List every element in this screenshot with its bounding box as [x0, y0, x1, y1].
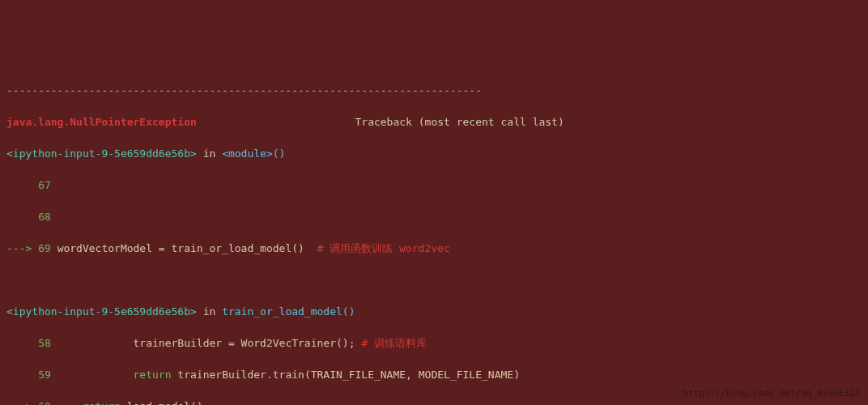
code: load_model() — [121, 400, 203, 406]
line-num: 69 — [38, 242, 51, 254]
frame-file: <ipython-input-9-5e659dd6e56b> — [6, 305, 197, 318]
traceback-container: ----------------------------------------… — [0, 63, 868, 405]
comment: # 调用函数训练 word2vec — [317, 242, 450, 254]
code: trainerBuilder.train(TRAIN_FILE_NAME, MO… — [172, 369, 520, 381]
line-num: 68 — [38, 211, 51, 223]
line-arrow — [6, 179, 38, 191]
code: trainerBuilder = Word2VecTrainer(); — [57, 337, 362, 349]
parens: () — [343, 305, 355, 318]
in-kw: in — [203, 305, 216, 318]
line-num: 67 — [38, 179, 51, 191]
line-num: 60 — [38, 400, 51, 406]
exception-name: java.lang.NullPointerException — [6, 116, 197, 128]
line-arrow — [6, 211, 38, 223]
line-arrow — [6, 369, 38, 381]
return-kw: return — [134, 369, 172, 381]
line-arrow — [6, 337, 38, 349]
parens: () — [273, 147, 286, 160]
line-arrow: ---> — [6, 242, 38, 254]
line-arrow: ---> — [6, 400, 38, 406]
frame-file: <ipython-input-9-5e659dd6e56b> — [6, 147, 197, 160]
dash-line: ----------------------------------------… — [6, 84, 482, 96]
in-kw: in — [203, 147, 216, 160]
frame-func: train_or_load_model — [222, 305, 343, 318]
comment: # 训练语料库 — [361, 337, 427, 349]
spacer — [197, 116, 355, 128]
line-num: 58 — [38, 337, 51, 349]
traceback-label: Traceback (most recent call last) — [355, 116, 564, 128]
frame-func: <module> — [222, 147, 273, 160]
line-num: 59 — [38, 369, 51, 381]
watermark-text: https://blog.csdn.net/qq_45936312 — [683, 387, 860, 401]
code: wordVectorModel = train_or_load_model() — [57, 242, 317, 254]
return-kw: return — [83, 400, 121, 406]
